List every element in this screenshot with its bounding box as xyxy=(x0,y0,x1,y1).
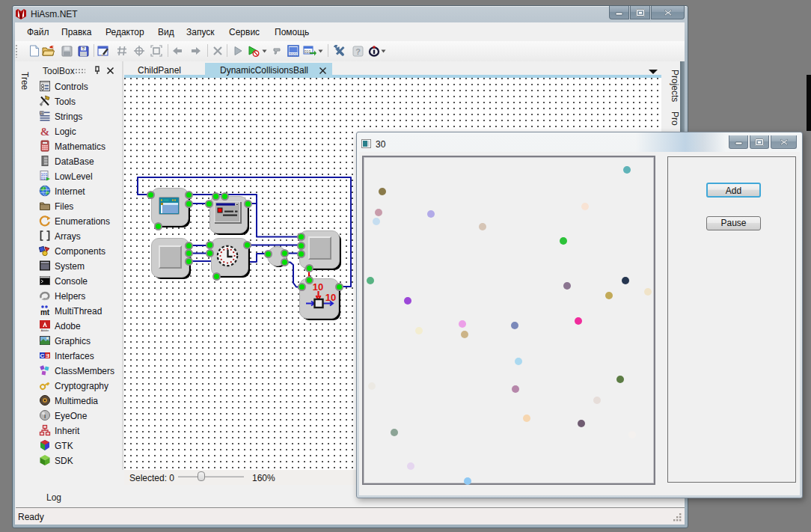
svg-text:i: i xyxy=(44,413,46,420)
svg-text:0101: 0101 xyxy=(289,52,297,57)
svg-text:A: A xyxy=(40,111,43,115)
svg-text:mt: mt xyxy=(40,308,50,317)
svg-text:010: 010 xyxy=(304,49,311,53)
svg-text:&: & xyxy=(40,126,50,138)
svg-text:Ǝ: Ǝ xyxy=(46,352,49,359)
svg-text:10: 10 xyxy=(313,281,323,293)
svg-text:Adobe: Adobe xyxy=(41,329,49,332)
svg-text:?: ? xyxy=(355,46,361,55)
svg-text:C: C xyxy=(40,352,45,359)
